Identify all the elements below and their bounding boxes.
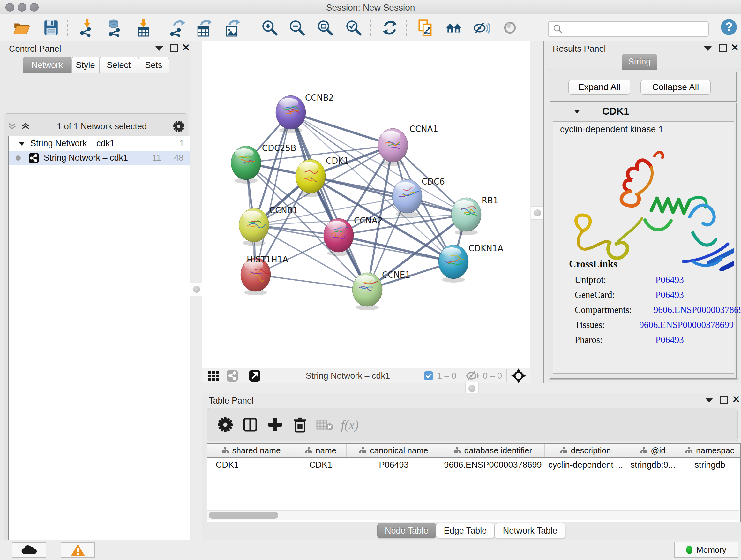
birdseye-icon[interactable] xyxy=(248,369,261,382)
panel-float-icon[interactable] xyxy=(720,396,728,404)
gene-section-header[interactable]: CDK1 xyxy=(550,103,736,120)
sphere-icon[interactable] xyxy=(501,19,519,37)
network-collection-bar: 1 of 1 Network selected xyxy=(6,119,185,133)
network-edge[interactable] xyxy=(339,235,454,262)
memory-button[interactable]: Memory xyxy=(674,542,738,558)
crosslink-link[interactable]: 9606.ENSP00000378699 xyxy=(639,320,734,330)
table-row[interactable]: CDK1CDK1P064939606.ENSP00000378699cyclin… xyxy=(207,458,740,472)
hidden-eye-icon[interactable] xyxy=(466,370,480,381)
network-edge[interactable] xyxy=(291,112,393,145)
scrollbar-thumb[interactable] xyxy=(209,512,278,519)
network-edge[interactable] xyxy=(291,112,367,290)
network-canvas[interactable]: CCNB2CCNA1CDC25BCDK1CDC6RB1CCNB1CCNA2CDK… xyxy=(202,41,531,368)
network-edge[interactable] xyxy=(256,274,367,290)
network-collection-row[interactable]: String Network – cdk1 1 xyxy=(9,136,190,151)
hide-show-icon[interactable] xyxy=(472,19,490,37)
table-cell[interactable]: P06493 xyxy=(347,460,441,470)
collapse-all-icon[interactable] xyxy=(6,121,18,132)
panel-close-icon[interactable]: ✕ xyxy=(731,44,739,52)
tab-sets[interactable]: Sets xyxy=(138,57,169,73)
warning-button[interactable] xyxy=(61,543,95,558)
import-network-database-icon[interactable] xyxy=(105,19,123,37)
column-header-database-identifier[interactable]: database identifier xyxy=(441,444,545,457)
tab-node-table[interactable]: Node Table xyxy=(377,523,436,538)
tab-string[interactable]: String xyxy=(622,54,657,70)
results-splitter[interactable] xyxy=(530,41,544,383)
zoom-selected-icon[interactable] xyxy=(345,19,362,37)
left-splitter-handle[interactable] xyxy=(190,283,203,296)
import-network-file-icon[interactable] xyxy=(78,19,96,37)
gear-icon[interactable] xyxy=(172,120,185,133)
crosslink-link[interactable]: P06493 xyxy=(656,290,684,300)
panel-collapse-icon[interactable] xyxy=(705,398,713,402)
collapse-all-button[interactable]: Collapse All xyxy=(641,80,711,95)
column-header-shared-name[interactable]: shared name xyxy=(207,444,295,457)
table-cell[interactable]: 9606.ENSP00000378699 xyxy=(441,460,545,470)
column-header--id[interactable]: @id xyxy=(626,444,679,457)
share-view-icon[interactable] xyxy=(226,369,239,382)
save-session-icon[interactable] xyxy=(42,19,60,37)
tree-expand-icon[interactable] xyxy=(17,140,26,147)
table-cell[interactable]: cyclin-dependent ... xyxy=(545,460,626,470)
grid-view-icon[interactable] xyxy=(207,369,220,382)
crosshair-icon[interactable] xyxy=(511,368,526,383)
node-label-ccna2: CCNA2 xyxy=(354,216,383,226)
table-cell[interactable]: stringdb:9... xyxy=(626,460,679,470)
column-header-description[interactable]: description xyxy=(545,444,626,457)
import-table-icon[interactable] xyxy=(134,19,152,37)
selected-checkbox-icon[interactable] xyxy=(424,371,433,381)
tab-network-table[interactable]: Network Table xyxy=(495,523,565,538)
open-session-icon[interactable] xyxy=(13,19,30,37)
table-horizontal-scrollbar[interactable] xyxy=(207,510,739,520)
crosslink-row: Tissues:9606.ENSP00000378699 xyxy=(553,317,734,332)
zoom-in-icon[interactable] xyxy=(261,19,279,37)
crosslink-link[interactable]: P06493 xyxy=(656,274,684,285)
panel-float-icon[interactable] xyxy=(170,44,179,52)
duplicate-network-icon[interactable] xyxy=(416,19,434,37)
table-settings-gear-icon[interactable] xyxy=(213,414,238,436)
panel-float-icon[interactable] xyxy=(719,44,727,52)
help-icon[interactable]: ? xyxy=(720,18,738,36)
zoom-out-icon[interactable] xyxy=(288,19,306,37)
export-table-icon[interactable] xyxy=(195,19,213,37)
panel-collapse-icon[interactable] xyxy=(704,46,712,51)
toolbar-separator xyxy=(158,17,159,37)
panel-close-icon[interactable]: ✕ xyxy=(732,395,740,403)
expand-all-icon[interactable] xyxy=(20,121,31,132)
export-network-icon[interactable] xyxy=(168,19,186,37)
delete-column-icon[interactable] xyxy=(313,414,337,436)
table-splitter[interactable] xyxy=(202,383,741,393)
panel-close-icon[interactable]: ✕ xyxy=(182,44,190,52)
tab-style[interactable]: Style xyxy=(71,57,99,73)
add-column-icon[interactable] xyxy=(263,414,287,436)
results-splitter-handle[interactable] xyxy=(531,206,544,220)
crosslink-link[interactable]: 9606.ENSP00000378699 xyxy=(654,305,741,315)
table-cell[interactable]: CDK1 xyxy=(295,460,347,470)
table-cell[interactable]: stringdb xyxy=(679,460,740,470)
crosslink-link[interactable]: P06493 xyxy=(656,334,684,345)
tab-select[interactable]: Select xyxy=(99,57,138,73)
cloud-button[interactable] xyxy=(12,543,46,558)
tab-network[interactable]: Network xyxy=(23,57,71,73)
tab-edge-table[interactable]: Edge Table xyxy=(436,523,495,538)
main-toolbar: ? xyxy=(0,14,741,41)
expand-all-button[interactable]: Expand All xyxy=(568,80,630,95)
refresh-layout-icon[interactable] xyxy=(381,19,399,37)
section-expand-icon[interactable] xyxy=(573,108,581,115)
zoom-fit-icon[interactable] xyxy=(316,19,334,37)
search-input[interactable] xyxy=(566,22,708,36)
network-row-selected[interactable]: String Network – cdk1 11 48 xyxy=(9,151,190,165)
table-cell[interactable]: CDK1 xyxy=(207,460,295,470)
column-header-name[interactable]: name xyxy=(295,444,347,457)
node-label-ccna1: CCNA1 xyxy=(409,124,438,134)
show-columns-icon[interactable] xyxy=(238,414,263,436)
panel-collapse-icon[interactable] xyxy=(155,46,163,51)
left-splitter[interactable] xyxy=(192,41,202,540)
column-header-canonical-name[interactable]: canonical name xyxy=(347,444,441,457)
column-header-namespac[interactable]: namespac xyxy=(679,444,740,457)
toolbar-separator xyxy=(406,17,407,37)
home-icon[interactable] xyxy=(445,19,463,37)
crosslink-row: Uniprot:P06493 xyxy=(553,272,734,287)
delete-row-trash-icon[interactable] xyxy=(287,414,313,436)
export-image-icon[interactable] xyxy=(224,19,242,37)
